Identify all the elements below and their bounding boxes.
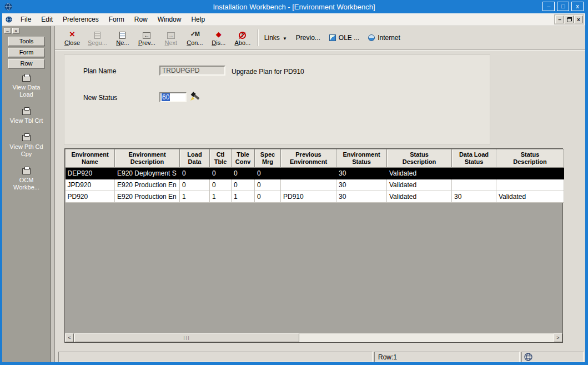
close-icon	[69, 30, 75, 39]
grid-cell[interactable]	[452, 168, 496, 179]
grid-cell[interactable]: 0	[255, 168, 281, 179]
next-icon	[167, 32, 175, 39]
hscroll-left-button[interactable]	[65, 333, 74, 342]
mdi-minimize-button[interactable]	[555, 16, 564, 23]
grid-cell[interactable]: 0	[255, 191, 281, 203]
grid-cell[interactable]: PD920	[66, 191, 115, 203]
mdi-window-controls	[554, 14, 584, 24]
grid-row[interactable]: DEP920E920 Deployment S000030Validated	[66, 168, 564, 179]
grid-column-header[interactable]: Status Description	[387, 149, 452, 168]
grid-column-header[interactable]: Ctl Tble	[210, 149, 232, 168]
grid-cell[interactable]: 1	[180, 191, 210, 203]
grid-table: Environment NameEnvironment DescriptionL…	[65, 149, 564, 203]
grid-cell[interactable]: 0	[232, 179, 255, 191]
main-panel: CloseSegu...Ne...Prev...NextCon...Dis...…	[55, 26, 585, 362]
link-internet[interactable]: Internet	[368, 34, 400, 42]
grid-row[interactable]: JPD920E920 Production En000030Validated	[66, 179, 564, 191]
toolbar-button-dis[interactable]: Dis...	[210, 30, 227, 46]
menu-item-edit[interactable]: Edit	[36, 13, 58, 26]
grid-cell[interactable]: E920 Production En	[115, 191, 180, 203]
grid-cell[interactable]	[281, 168, 336, 179]
menu-item-form[interactable]: Form	[104, 13, 129, 26]
hscroll-right-button[interactable]	[554, 333, 562, 342]
sidebar-tab-tools[interactable]: Tools	[8, 37, 45, 46]
grid-cell[interactable]: PD910	[281, 191, 336, 203]
mdi-close-button[interactable]	[574, 16, 583, 23]
status-message-area	[58, 352, 373, 362]
window-close-button[interactable]: x	[571, 2, 584, 11]
grid-cell[interactable]: 1	[210, 191, 232, 203]
grid-cell[interactable]: Validated	[387, 168, 452, 179]
toolbar-button-abo[interactable]: Abo...	[234, 32, 251, 46]
links-group: LinksPrevio...OLE ...Internet	[264, 34, 409, 42]
window-minimize-button[interactable]: –	[542, 2, 555, 11]
grid-cell[interactable]: 0	[255, 179, 281, 191]
toolbar-button-con[interactable]: Con...	[187, 30, 203, 46]
grid-cell[interactable]: 30	[336, 168, 387, 179]
menu-item-row[interactable]: Row	[129, 13, 153, 26]
grid-cell[interactable]: 0	[210, 168, 232, 179]
sidebar-tab-form[interactable]: Form	[8, 48, 45, 57]
sidebar-item-ocm-workbe[interactable]: OCM Workbe...	[6, 168, 47, 191]
grid-cell[interactable]: 0	[232, 168, 255, 179]
grid-column-header[interactable]: Environment Name	[66, 149, 115, 168]
hscroll-track[interactable]	[299, 333, 554, 342]
grid-column-header[interactable]: Spec Mrg	[255, 149, 281, 168]
grid-column-header[interactable]: Status Description	[496, 149, 564, 168]
grid-cell[interactable]: Validated	[387, 191, 452, 203]
grid-column-header[interactable]: Environment Status	[336, 149, 387, 168]
horizontal-scrollbar[interactable]	[65, 333, 562, 342]
menu-item-preferences[interactable]: Preferences	[58, 13, 104, 26]
grid-column-header[interactable]: Data Load Status	[452, 149, 496, 168]
menu-items: FileEditPreferencesFormRowWindowHelp	[16, 13, 210, 26]
grid-column-header[interactable]: Environment Description	[115, 149, 180, 168]
grid-cell[interactable]: DEP920	[66, 168, 115, 179]
toolbar-button-ne[interactable]: Ne...	[114, 32, 131, 46]
sidebar-item-view-pth-cd-cpy[interactable]: View Pth Cd Cpy	[6, 135, 47, 158]
toolbar-button-close[interactable]: Close	[64, 30, 81, 46]
window-title: Installation Workbench - [Environment Wo…	[0, 3, 588, 11]
grid-cell[interactable]	[496, 179, 564, 191]
restore-icon	[567, 17, 572, 22]
sidebar-minimize-button[interactable]	[4, 28, 11, 34]
new-status-input[interactable]: 60	[159, 92, 187, 102]
grid-cell[interactable]	[496, 168, 564, 179]
grid-row[interactable]: PD920E920 Production En1110PD91030Valida…	[66, 191, 564, 203]
grid-cell[interactable]	[452, 179, 496, 191]
grid-cell[interactable]: JPD920	[66, 179, 115, 191]
ole-icon	[329, 34, 336, 41]
link-previo[interactable]: Previo...	[296, 34, 320, 42]
link-ole[interactable]: OLE ...	[329, 34, 359, 42]
toolbar-button-prev[interactable]: Prev...	[138, 32, 155, 46]
window-maximize-button[interactable]: □	[557, 2, 569, 11]
sidebar-item-view-tbl-crt[interactable]: View Tbl Crt	[6, 109, 47, 124]
grid-column-header[interactable]: Previous Environment	[281, 149, 336, 168]
menu-item-help[interactable]: Help	[186, 13, 210, 26]
mdi-restore-button[interactable]	[565, 16, 574, 23]
menu-item-file[interactable]: File	[16, 13, 36, 26]
toolbar: CloseSegu...Ne...Prev...NextCon...Dis...…	[55, 26, 585, 50]
grid-cell[interactable]: 1	[232, 191, 255, 203]
grid-cell[interactable]: 30	[336, 179, 387, 191]
status-row-label: Row:1	[378, 353, 397, 361]
grid-cell[interactable]: E920 Deployment S	[115, 168, 180, 179]
grid-cell[interactable]: 30	[336, 191, 387, 203]
grid-column-header[interactable]: Load Data	[180, 149, 210, 168]
menu-item-window[interactable]: Window	[153, 13, 187, 26]
sidebar-item-view-data-load[interactable]: View Data Load	[6, 76, 47, 98]
grid-cell[interactable]: 0	[180, 168, 210, 179]
grid-cell[interactable]: 30	[452, 191, 496, 203]
grid-cell[interactable]: 0	[210, 179, 232, 191]
grid-column-header[interactable]: Tble Conv	[232, 149, 255, 168]
grid-cell[interactable]: Validated	[387, 179, 452, 191]
hscroll-thumb[interactable]	[74, 333, 299, 342]
link-links[interactable]: Links	[264, 34, 287, 42]
grid-cell[interactable]: Validated	[496, 191, 564, 203]
sidebar-splitter[interactable]	[51, 26, 55, 362]
sidebar-close-button[interactable]	[12, 28, 19, 34]
grid-cell[interactable]: 0	[180, 179, 210, 191]
sidebar-tab-row[interactable]: Row	[8, 59, 45, 68]
grid-cell[interactable]	[281, 179, 336, 191]
grid-cell[interactable]: E920 Production En	[115, 179, 180, 191]
visual-assist-button[interactable]	[189, 90, 202, 102]
